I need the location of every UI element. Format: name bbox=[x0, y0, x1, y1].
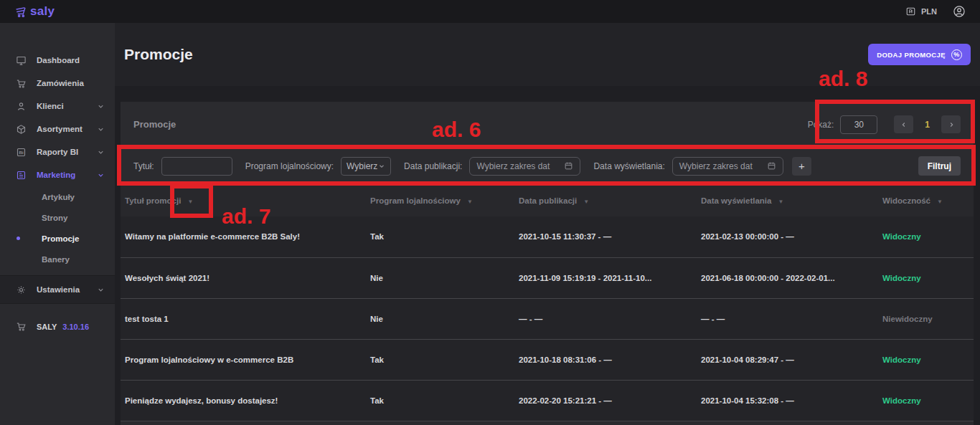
cell-visibility: Widoczny bbox=[878, 380, 974, 421]
sidebar-subitem-banery[interactable]: Banery bbox=[0, 249, 115, 269]
sidebar: Dashboard Zamówienia Klienci bbox=[0, 23, 115, 425]
cell-published: 2021-11-09 15:19:19 - 2021-11-10... bbox=[514, 257, 697, 298]
publish-date-placeholder: Wybierz zakres dat bbox=[476, 161, 550, 171]
title-filter-input[interactable] bbox=[161, 157, 232, 176]
display-date-placeholder: Wybierz zakres dat bbox=[679, 161, 753, 171]
column-header-program[interactable]: Program lojalnościowy▼ bbox=[366, 185, 514, 216]
cell-program: Tak bbox=[366, 339, 514, 380]
add-promotion-label: DODAJ PROMOCJĘ bbox=[877, 51, 946, 59]
sidebar-subitem-label: Artykuły bbox=[42, 193, 75, 201]
active-dot bbox=[17, 237, 20, 240]
chevron-down-icon bbox=[97, 125, 105, 133]
cell-displayed: 2021-10-04 15:32:08 - — bbox=[697, 380, 878, 421]
promotions-panel: Promocje Pokaż: 1 Tytuł: bbox=[121, 102, 974, 425]
program-filter-label: Program lojalnościowy: bbox=[245, 161, 334, 171]
table-row[interactable]: Program lojalnościowy w e-commerce B2B T… bbox=[121, 339, 974, 380]
app-version: 3.10.16 bbox=[62, 323, 89, 331]
sidebar-item-klienci[interactable]: Klienci bbox=[0, 95, 115, 118]
monitor-icon bbox=[16, 55, 27, 66]
sidebar-subitem-strony[interactable]: Strony bbox=[0, 207, 115, 228]
sort-icon[interactable]: ▼ bbox=[583, 199, 589, 205]
promotions-table: Tytuł promocji▼ Program lojalnościowy▼ D… bbox=[121, 185, 974, 421]
next-page-button[interactable] bbox=[941, 115, 961, 133]
page-header: Promocje DODAJ PROMOCJĘ % bbox=[115, 23, 980, 86]
saly-logo[interactable]: saly bbox=[14, 4, 55, 19]
sidebar-item-label: Zamówienia bbox=[37, 79, 84, 87]
sort-icon[interactable]: ▼ bbox=[187, 199, 193, 205]
chevron-down-icon bbox=[378, 163, 385, 170]
cell-program: Nie bbox=[366, 257, 514, 298]
table-row[interactable]: test tosta 1 Nie — - — — - — Niewidoczny bbox=[121, 298, 974, 339]
bi-report-icon: Bi bbox=[16, 147, 27, 158]
sidebar-item-ustawienia[interactable]: Ustawienia bbox=[0, 275, 115, 304]
cell-displayed: — - — bbox=[697, 298, 878, 339]
sidebar-item-marketing[interactable]: Marketing bbox=[0, 163, 115, 186]
current-page-number: 1 bbox=[925, 120, 930, 130]
publish-date-range-picker[interactable]: Wybierz zakres dat bbox=[469, 157, 580, 176]
column-header-published[interactable]: Data publikacji▼ bbox=[514, 185, 697, 216]
add-filter-button[interactable]: + bbox=[792, 157, 811, 176]
page-size-input[interactable] bbox=[840, 115, 877, 134]
pagination: Pokaż: 1 bbox=[808, 115, 961, 134]
currency-selector[interactable]: PLN bbox=[905, 6, 937, 16]
sidebar-subitem-artykuly[interactable]: Artykuły bbox=[0, 186, 115, 207]
filter-bar: Tytuł: Program lojalnościowy: Wybierz Da… bbox=[121, 147, 974, 185]
column-header-displayed[interactable]: Data wyświetlania▼ bbox=[697, 185, 878, 216]
add-promotion-button[interactable]: DODAJ PROMOCJĘ % bbox=[868, 44, 971, 65]
sidebar-item-label: Raporty BI bbox=[37, 148, 78, 156]
cell-displayed: 2021-10-04 08:29:47 - — bbox=[697, 339, 878, 380]
sort-icon[interactable]: ▼ bbox=[467, 199, 473, 205]
sidebar-subitem-promocje[interactable]: Promocje bbox=[0, 228, 115, 249]
display-date-filter-label: Data wyświetlania: bbox=[593, 161, 664, 171]
page-size-label: Pokaż: bbox=[808, 120, 834, 130]
chevron-down-icon bbox=[97, 286, 105, 294]
cell-title: Program lojalnościowy w e-commerce B2B bbox=[121, 339, 366, 380]
sidebar-item-raporty-bi[interactable]: Bi Raporty BI bbox=[0, 140, 115, 163]
table-row[interactable]: Witamy na platformie e-commerce B2B Saly… bbox=[121, 216, 974, 257]
column-header-visibility[interactable]: Widoczność▼ bbox=[878, 185, 974, 216]
panel-header: Promocje Pokaż: 1 bbox=[121, 102, 974, 147]
calendar-icon bbox=[564, 161, 573, 171]
filter-submit-button[interactable]: Filtruj bbox=[918, 156, 961, 176]
program-filter-select[interactable]: Wybierz bbox=[341, 157, 391, 176]
cell-visibility: Widoczny bbox=[878, 257, 974, 298]
sidebar-item-label: Klienci bbox=[37, 102, 64, 110]
marketing-icon bbox=[16, 170, 27, 181]
cell-visibility: Widoczny bbox=[878, 339, 974, 380]
sidebar-item-dashboard[interactable]: Dashboard bbox=[0, 49, 115, 72]
sidebar-subitem-label: Promocje bbox=[42, 234, 79, 243]
cart-icon bbox=[16, 78, 27, 89]
cell-visibility: Widoczny bbox=[878, 216, 974, 257]
page-title: Promocje bbox=[124, 46, 193, 63]
cart-logo-icon bbox=[14, 6, 28, 18]
table-row[interactable]: Wesołych świąt 2021! Nie 2021-11-09 15:1… bbox=[121, 257, 974, 298]
cell-title: Wesołych świąt 2021! bbox=[121, 257, 366, 298]
cell-title: Witamy na platformie e-commerce B2B Saly… bbox=[121, 216, 366, 257]
brand-name: SALY bbox=[37, 323, 57, 331]
sidebar-subitem-label: Banery bbox=[42, 255, 70, 264]
calendar-icon bbox=[767, 161, 776, 171]
sort-icon[interactable]: ▼ bbox=[778, 199, 783, 205]
panel-heading: Promocje bbox=[133, 119, 176, 130]
sidebar-item-zamowienia[interactable]: Zamówienia bbox=[0, 72, 115, 95]
user-avatar-icon[interactable] bbox=[953, 5, 966, 18]
sidebar-item-label: Dashboard bbox=[37, 56, 80, 65]
app-root: saly PLN Dashboard bbox=[0, 0, 980, 425]
cell-displayed: 2021-02-13 00:00:00 - — bbox=[697, 216, 878, 257]
sidebar-item-asortyment[interactable]: Asortyment bbox=[0, 118, 115, 140]
cell-published: — - — bbox=[514, 298, 697, 339]
sidebar-item-label: Asortyment bbox=[37, 125, 83, 133]
sidebar-footer: SALY 3.10.16 bbox=[0, 321, 115, 332]
cell-published: 2022-02-20 15:21:21 - — bbox=[514, 380, 697, 421]
sidebar-item-label: Marketing bbox=[37, 171, 75, 179]
table-header-row: Tytuł promocji▼ Program lojalnościowy▼ D… bbox=[121, 185, 974, 216]
sort-icon[interactable]: ▼ bbox=[937, 199, 943, 205]
prev-page-button[interactable] bbox=[894, 115, 913, 133]
cube-icon bbox=[16, 124, 27, 135]
cell-title: Pieniądze wydajesz, bonusy dostajesz! bbox=[121, 380, 366, 421]
column-header-title[interactable]: Tytuł promocji▼ bbox=[121, 185, 366, 216]
display-date-range-picker[interactable]: Wybierz zakres dat bbox=[672, 157, 783, 176]
table-row[interactable]: Pieniądze wydajesz, bonusy dostajesz! Ta… bbox=[121, 380, 974, 421]
svg-text:Bi: Bi bbox=[19, 150, 24, 155]
cell-program: Tak bbox=[366, 380, 514, 421]
